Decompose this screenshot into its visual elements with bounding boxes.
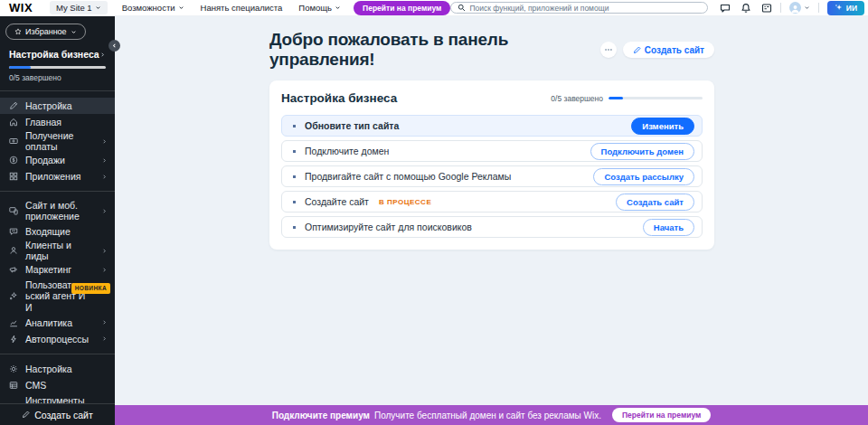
card-title: Настройка бизнеса [281,91,397,105]
contacts-icon [9,246,19,255]
notifications-bell-icon[interactable] [741,3,751,14]
marketing-icon [9,265,19,274]
business-setup-card: Настройка бизнеса 0/5 завершено Обновите… [269,80,714,250]
site-menu[interactable]: My Site 1 [50,1,108,14]
task-create-site[interactable]: Создайте сайт В ПРОЦЕССЕ Создать сайт [281,191,703,212]
chevron-right-icon [101,174,108,180]
nav-features[interactable]: Возможности [122,3,184,13]
sidebar-item-payments[interactable]: Получение оплаты [0,130,115,152]
page-title: Добро пожаловать в панель управления! [269,30,600,70]
setup-progress-track [9,66,106,69]
divider [818,3,819,13]
main-content: Добро пожаловать в панель управления! Со… [115,16,868,425]
sales-icon [9,156,19,165]
ai-assistant-button[interactable]: ИИ [827,1,864,15]
bullet-icon [293,201,296,203]
sidebar-item-site-mobile-app[interactable]: Сайт и моб. приложение [0,198,115,223]
site-mobile-icon [9,206,19,215]
account-menu[interactable] [789,2,810,14]
sidebar-item-marketing[interactable]: Маркетинг [0,261,115,278]
sidebar-item-label: Сайт и моб. приложение [25,200,95,222]
sidebar-item-label: Маркетинг [25,264,71,275]
bullet-icon [293,125,296,128]
setup-icon [9,101,19,110]
sidebar-item-label: Настройка [25,364,72,374]
create-site-button[interactable]: Создать сайт [623,42,714,58]
quick-panel-icon[interactable] [761,3,772,14]
payments-icon [9,137,19,146]
sidebar-create-site-button[interactable]: Создать сайт [0,403,115,425]
inbox-icon [9,227,19,236]
sidebar-item-custom-ai-agent[interactable]: Пользовательский агент ИИ НОВИНКА [0,278,115,314]
pencil-icon [633,46,641,54]
bullet-icon [293,150,296,153]
chevron-down-icon [95,5,101,11]
banner-upgrade-button[interactable]: Перейти на премиум [612,408,711,422]
more-actions-button[interactable] [600,42,617,58]
sidebar-item-inbox[interactable]: Входящие [0,223,115,240]
task-optimize-seo[interactable]: Оптимизируйте сайт для поисковиков Начат… [281,216,703,238]
task-connect-domain[interactable]: Подключите домен Подключить домен [281,140,703,162]
task-create-site-button[interactable]: Создать сайт [616,194,694,211]
divider [0,354,115,354]
sidebar-setup-progress[interactable]: Настройка бизнеса 0/5 завершено [0,47,115,84]
favorites-menu[interactable]: Избранное [5,24,86,40]
task-create-campaign-button[interactable]: Создать рассылку [593,168,694,185]
sidebar-nav: Настройка Главная Получение оплаты [0,98,115,419]
avatar [789,2,801,14]
sidebar-item-label: Клиенты и лиды [25,240,95,261]
pencil-icon [22,411,30,419]
create-site-label: Создать сайт [34,410,93,420]
ai-agent-icon [9,291,19,300]
nav-help[interactable]: Помощь [298,3,341,13]
sidebar-item-settings[interactable]: Настройка [0,361,115,377]
sidebar-item-cms[interactable]: CMS [0,377,115,393]
collapse-sidebar-button[interactable] [108,40,120,52]
task-promote-google-ads[interactable]: Продвигайте сайт с помощью Google Реклам… [281,165,703,187]
card-progress-caption: 0/5 завершено [551,94,603,103]
upgrade-premium-button[interactable]: Перейти на премиум [354,1,450,15]
chevron-down-icon [178,5,184,11]
sidebar-item-label: Входящие [25,226,71,237]
top-bar: WIX My Site 1 Возможности Нанять специал… [0,0,868,16]
banner-text: Получите бесплатный домен и сайт без рек… [374,411,601,420]
chevron-down-icon [71,29,77,35]
home-icon [9,118,19,127]
task-label: Оптимизируйте сайт для поисковиков [305,222,472,232]
sidebar-item-apps[interactable]: Приложения [0,168,115,184]
chevron-right-icon [101,138,108,145]
sidebar-item-analytics[interactable]: Аналитика [0,315,115,331]
search-icon [458,4,466,12]
setup-progress-caption: 0/5 завершено [9,73,106,84]
setup-progress-title: Настройка бизнеса [9,49,99,60]
sidebar-item-sales[interactable]: Продажи [0,152,115,168]
task-change-button[interactable]: Изменить [631,118,694,135]
search-input[interactable] [469,4,700,13]
sidebar-item-setup[interactable]: Настройка [0,98,115,114]
sidebar-item-contacts-leads[interactable]: Клиенты и лиды [0,240,115,261]
task-update-site-type[interactable]: Обновите тип сайта Изменить [281,115,703,137]
search-bar[interactable] [450,2,707,14]
sidebar-item-automations[interactable]: Автопроцессы [0,331,115,347]
sparkle-icon [835,4,843,12]
cms-icon [9,381,19,390]
nav-hire-label: Нанять специалиста [201,3,283,13]
chat-icon[interactable] [720,3,731,14]
divider [0,191,115,192]
task-label: Подключите домен [305,146,389,156]
sidebar-item-label: Приложения [25,171,80,182]
wix-logo: WIX [9,1,33,14]
sidebar-item-label: Автопроцессы [25,334,89,345]
nav-help-label: Помощь [298,3,332,13]
analytics-icon [9,318,19,327]
chevron-down-icon [804,5,810,11]
card-progress-fill [609,97,623,99]
create-site-label: Создать сайт [645,45,704,55]
chevron-right-icon [101,157,108,164]
sidebar-item-home[interactable]: Главная [0,114,115,130]
task-connect-domain-button[interactable]: Подключить домен [590,143,694,160]
chevron-down-icon [335,5,341,11]
bullet-icon [293,175,296,178]
nav-hire-professional[interactable]: Нанять специалиста [201,3,283,13]
task-start-button[interactable]: Начать [643,219,694,236]
